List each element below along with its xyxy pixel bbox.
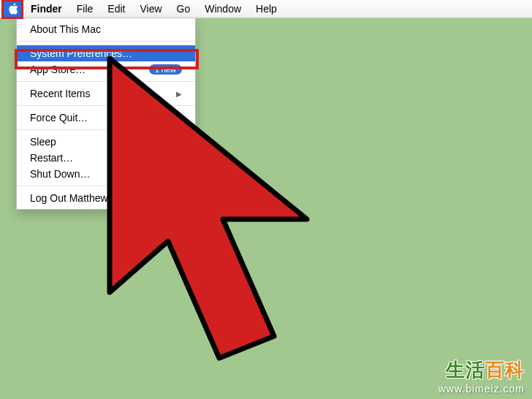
dropdown-about-this-mac[interactable]: About This Mac — [17, 21, 195, 37]
dropdown-item-label: Sleep — [30, 136, 56, 148]
menu-view[interactable]: View — [132, 0, 169, 18]
separator — [17, 129, 195, 130]
dropdown-restart[interactable]: Restart… — [17, 150, 195, 166]
watermark-text: 生活百科 — [438, 357, 525, 383]
dropdown-app-store[interactable]: App Store… 1 new — [17, 61, 195, 77]
dropdown-item-label: Restart… — [30, 152, 73, 164]
submenu-arrow-icon: ▶ — [176, 90, 182, 98]
dropdown-recent-items[interactable]: Recent Items ▶ — [17, 86, 195, 102]
apple-logo-icon — [8, 3, 18, 15]
menu-go[interactable]: Go — [170, 0, 198, 18]
separator — [17, 105, 195, 106]
separator — [17, 81, 195, 82]
menu-window[interactable]: Window — [197, 0, 248, 18]
dropdown-shut-down[interactable]: Shut Down… — [17, 166, 195, 182]
dropdown-log-out[interactable]: Log Out Matthew… — [17, 190, 195, 206]
dropdown-item-label: About This Mac — [30, 23, 101, 35]
watermark-url: www.bimeiz.com — [438, 383, 525, 395]
watermark: 生活百科 www.bimeiz.com — [438, 357, 525, 395]
apple-dropdown: About This Mac System Preferences… App S… — [16, 18, 196, 210]
apple-menu[interactable] — [3, 0, 23, 18]
menubar: Finder File Edit View Go Window Help — [0, 0, 532, 18]
dropdown-item-label: Log Out Matthew… — [30, 192, 118, 204]
dropdown-item-label: Force Quit… — [30, 112, 88, 123]
menu-file[interactable]: File — [69, 0, 101, 18]
dropdown-force-quit[interactable]: Force Quit… — [17, 110, 195, 126]
menu-edit[interactable]: Edit — [100, 0, 132, 18]
dropdown-item-label: App Store… — [30, 64, 86, 75]
separator — [17, 186, 195, 186]
update-badge: 1 new — [149, 64, 182, 75]
dropdown-sleep[interactable]: Sleep — [17, 134, 195, 150]
dropdown-item-label: Shut Down… — [30, 168, 90, 180]
dropdown-item-label: System Preferences… — [30, 48, 132, 59]
dropdown-system-preferences[interactable]: System Preferences… — [17, 45, 195, 61]
separator — [17, 41, 195, 42]
menu-app-name[interactable]: Finder — [23, 0, 69, 18]
dropdown-item-label: Recent Items — [30, 88, 90, 99]
menu-help[interactable]: Help — [248, 0, 284, 18]
